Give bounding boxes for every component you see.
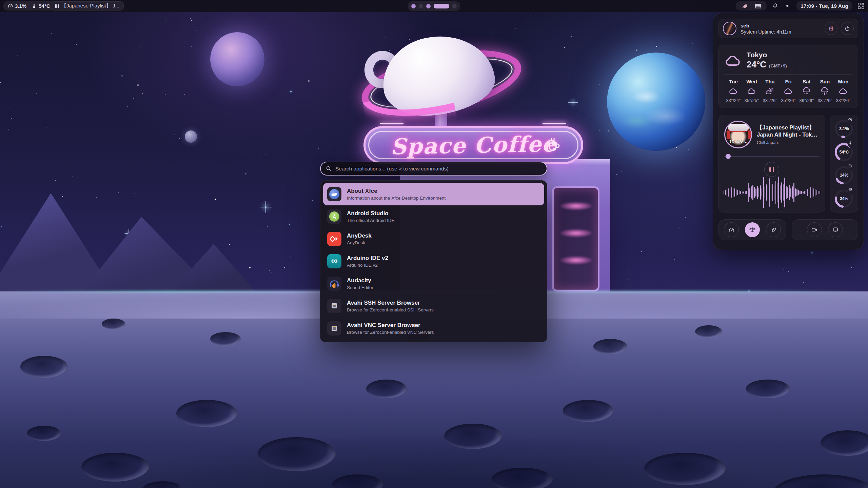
power-button[interactable] [841,22,854,35]
app-row-anydesk[interactable]: AnyDesk AnyDesk [323,228,544,250]
star [755,267,755,267]
app-row-avahi-ssh[interactable]: Avahi SSH Server Browser Browse for Zero… [323,295,544,317]
thermometer-icon [31,3,37,9]
wave-bar [757,186,758,199]
app-row-android-studio[interactable]: Android Studio The official Android IDE [323,205,544,228]
workspace-dot-3[interactable] [426,4,431,8]
wave-bar [737,190,738,195]
app-row-audacity[interactable]: Audacity Sound Editor [323,272,544,295]
media-progress-slider[interactable] [724,154,820,159]
workspace-dot-1[interactable] [411,4,416,8]
android-studio-icon [327,209,341,224]
app-row-arduino[interactable]: ∞ Arduino IDE v2 Arduino IDE v2 [323,250,544,272]
arduino-icon: ∞ [327,254,341,268]
wallpaper-icon[interactable] [754,2,763,11]
workspace-dot-5[interactable] [452,4,457,8]
slider-knob[interactable] [726,154,731,159]
screen-record-button[interactable] [807,222,822,237]
star [121,50,121,51]
dock-capture-group [792,219,858,240]
wave-bar [746,191,747,194]
disk-gauge: 24% [834,188,854,209]
wave-bar [809,188,809,198]
search-bar[interactable] [320,162,547,176]
forecast-day: Wed 35°/25° [743,79,761,103]
app-launcher: About Xfce Information about the Xfce De… [320,162,547,342]
apps-grid-icon[interactable] [856,2,865,11]
star [389,50,390,51]
bell-icon[interactable] [771,2,780,11]
avatar[interactable] [723,22,736,35]
wave-bar [736,189,736,196]
steaming-cup-icon [545,135,561,152]
workspace-dot-2[interactable] [419,4,423,8]
leaf-mode-button[interactable] [766,222,781,237]
app-row-about-xfce[interactable]: About Xfce Information about the Xfce De… [323,183,544,205]
star [298,230,298,231]
settings-button[interactable]: ⚙ [825,22,837,35]
app-name: AnyDesk [347,232,372,239]
crater [695,325,722,338]
video-camera-icon [811,226,818,233]
wave-bar [804,191,805,194]
star [137,84,139,86]
weather-timezone: (GMT+9) [769,63,787,68]
cloud-icon [783,87,793,95]
power-icon [844,25,850,32]
crater [644,453,726,485]
purple-planet [210,32,264,86]
star [409,39,410,40]
cafe-window [552,186,599,291]
small-moon [185,130,197,143]
wave-bar [769,178,770,207]
crater [258,437,336,471]
volume-icon[interactable] [784,2,792,11]
gauge-icon [848,117,855,125]
clock-pill[interactable]: 17:09 - Tue, 19 Aug [796,1,852,11]
screenshot-button[interactable] [828,222,843,237]
cloud-icon [724,54,742,67]
crater [332,474,383,488]
scales-mode-button[interactable] [745,222,760,237]
media-title: 【Japanese Playlist】 Japan All Night - To… [757,124,820,139]
wave-bar [766,184,767,201]
cat-icon[interactable] [740,2,749,11]
media-pill-button[interactable]: 【Japanese Playlist】 J... [51,1,124,11]
temp-gauge: 54°C [834,142,854,162]
app-desc: Browse for Zeroconf-enabled SSH Servers [347,307,434,312]
audacity-icon [327,277,341,291]
crater [746,380,790,398]
pause-button[interactable] [764,162,779,177]
desktop: Space Coffee 3.1% 54°C 6.8G [0,0,868,488]
wave-bar [743,191,744,194]
bright-star [265,206,267,208]
weather-card: Tokyo 24°C (GMT+9) Tue 33°/24° Wed 35°/2… [718,45,858,108]
star [36,93,37,94]
user-card: seb System Uptime: 4h11m ⚙ [718,19,858,38]
workspace-dot-4-active[interactable] [434,4,449,8]
star [121,75,123,77]
album-art: TOKYO L [724,121,752,148]
wave-bar [758,188,759,198]
search-input[interactable] [335,166,542,172]
wave-bar [812,187,812,198]
forecast-day: Tue 33°/24° [724,79,743,103]
earth-planet [607,53,705,151]
thermometer-icon [848,141,855,148]
media-player-card: TOKYO L 【Japanese Playlist】 Japan All Ni… [718,115,825,212]
neon-sign: Space Coffee [363,126,583,164]
star [312,200,313,201]
temp-stat: 54°C [31,3,50,9]
wave-bar [772,184,773,201]
star [290,91,292,92]
search-icon [326,165,332,172]
star [82,79,83,79]
sign-light [380,123,403,124]
app-row-avahi-vnc[interactable]: Avahi VNC Server Browser Browse for Zero… [323,317,544,340]
star [356,87,356,88]
star [179,138,180,139]
gauge-mode-button[interactable] [724,222,739,237]
cpu-gauge: 3.1% [834,119,854,139]
weather-temp: 24°C [747,59,766,70]
star [8,107,9,107]
